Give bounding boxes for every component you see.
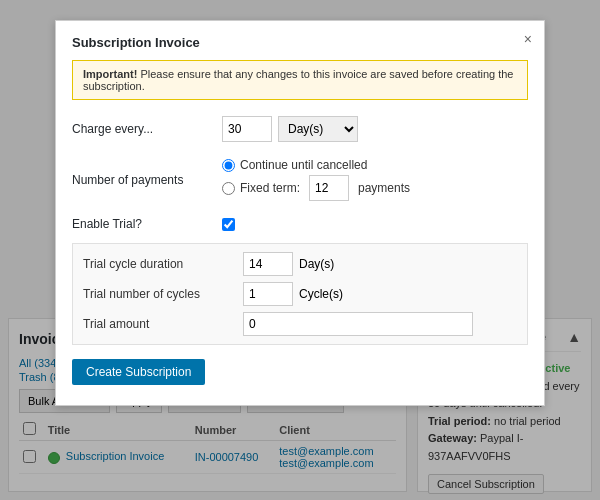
warning-bold: Important! bbox=[83, 68, 137, 80]
payment-radio-group: Continue until cancelled Fixed term: pay… bbox=[222, 158, 410, 201]
charge-unit-select[interactable]: Day(s) Week(s) Month(s) bbox=[278, 116, 358, 142]
trial-cycles-unit: Cycle(s) bbox=[299, 287, 343, 301]
trial-duration-label: Trial cycle duration bbox=[83, 257, 243, 271]
trial-cycles-row: Trial number of cycles Cycle(s) bbox=[83, 282, 517, 306]
subscription-invoice-modal: Subscription Invoice × Important! Please… bbox=[55, 20, 545, 406]
trial-cycles-input[interactable] bbox=[243, 282, 293, 306]
trial-enable-label: Enable Trial? bbox=[72, 217, 222, 231]
trial-enable-controls bbox=[222, 218, 235, 231]
payments-controls: Continue until cancelled Fixed term: pay… bbox=[222, 158, 410, 201]
modal-warning: Important! Please ensure that any change… bbox=[72, 60, 528, 100]
charge-every-row: Charge every... Day(s) Week(s) Month(s) bbox=[72, 112, 528, 146]
trial-cycles-label: Trial number of cycles bbox=[83, 287, 243, 301]
trial-amount-label: Trial amount bbox=[83, 317, 243, 331]
fixed-value-input[interactable] bbox=[309, 175, 349, 201]
trial-duration-unit: Day(s) bbox=[299, 257, 334, 271]
enable-trial-row: Enable Trial? bbox=[72, 213, 528, 235]
modal-title: Subscription Invoice bbox=[72, 35, 528, 50]
payments-label: Number of payments bbox=[72, 173, 222, 187]
continue-radio[interactable] bbox=[222, 159, 235, 172]
trial-duration-row: Trial cycle duration Day(s) bbox=[83, 252, 517, 276]
trial-amount-controls bbox=[243, 312, 473, 336]
modal-overlay: Subscription Invoice × Important! Please… bbox=[0, 0, 600, 500]
trial-duration-controls: Day(s) bbox=[243, 252, 334, 276]
charge-value-input[interactable] bbox=[222, 116, 272, 142]
trial-duration-input[interactable] bbox=[243, 252, 293, 276]
trial-amount-input[interactable] bbox=[243, 312, 473, 336]
trial-cycles-controls: Cycle(s) bbox=[243, 282, 343, 306]
continue-radio-row: Continue until cancelled bbox=[222, 158, 410, 172]
fixed-unit: payments bbox=[358, 181, 410, 195]
trial-section: Trial cycle duration Day(s) Trial number… bbox=[72, 243, 528, 345]
modal-close-button[interactable]: × bbox=[524, 31, 532, 47]
payments-row: Number of payments Continue until cancel… bbox=[72, 154, 528, 205]
fixed-radio[interactable] bbox=[222, 182, 235, 195]
create-subscription-button[interactable]: Create Subscription bbox=[72, 359, 205, 385]
trial-amount-row: Trial amount bbox=[83, 312, 517, 336]
fixed-label: Fixed term: bbox=[240, 181, 300, 195]
charge-label: Charge every... bbox=[72, 122, 222, 136]
fixed-radio-row: Fixed term: payments bbox=[222, 175, 410, 201]
continue-label: Continue until cancelled bbox=[240, 158, 367, 172]
trial-checkbox[interactable] bbox=[222, 218, 235, 231]
warning-text: Please ensure that any changes to this i… bbox=[83, 68, 513, 92]
charge-controls: Day(s) Week(s) Month(s) bbox=[222, 116, 358, 142]
